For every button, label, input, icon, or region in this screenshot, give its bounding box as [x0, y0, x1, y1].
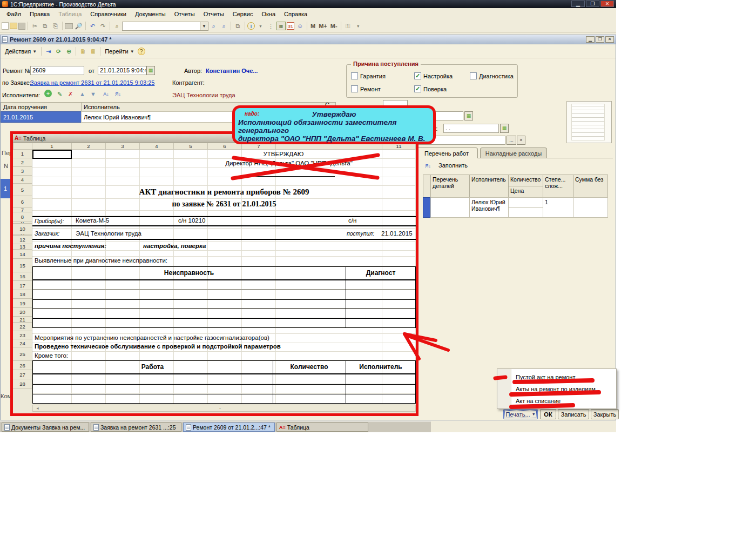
panel-row-executor-cell[interactable]: Лелюх Юрий Иванович¶ — [469, 197, 509, 218]
panel-col-difficulty[interactable]: Степе...слож... — [543, 175, 573, 198]
move-down-icon[interactable]: ▼ — [89, 90, 98, 98]
sheet-content[interactable]: УТВЕРЖДАЮ Директор НПЦ "Дельта" ОАО "НПП… — [32, 150, 416, 404]
repair-no-input[interactable]: 2609 — [30, 66, 84, 75]
sheet-corner-cell[interactable] — [13, 143, 32, 150]
redo-icon[interactable]: ↷ — [98, 22, 107, 30]
edit-row-icon[interactable]: ✎ — [55, 90, 64, 98]
menu-item-writeoff-act[interactable]: Акт на списание — [516, 395, 561, 407]
row-header[interactable]: 25 — [13, 347, 32, 361]
print-icon[interactable] — [65, 23, 73, 29]
taskbar-item-repair[interactable]: Ремонт 2609 от 21.01.2...:47 * — [183, 423, 275, 432]
doc-close-button[interactable]: ✕ — [605, 36, 614, 43]
menu-reports1[interactable]: Отчеты — [170, 10, 199, 18]
unpost-document-icon[interactable]: 🗏 — [89, 47, 98, 56]
row-header[interactable]: 8 — [13, 212, 32, 222]
search-dropdown-icon[interactable]: ▼ — [200, 22, 208, 30]
calendar-icon[interactable]: 31 — [287, 22, 294, 30]
copy-add-icon[interactable]: ⊕ — [64, 47, 73, 56]
menu-file[interactable]: Файл — [2, 10, 25, 18]
save-icon[interactable] — [18, 23, 25, 30]
panel-row-difficulty-cell[interactable]: 1 — [543, 197, 573, 218]
row-header[interactable]: 1 — [13, 150, 32, 158]
end-date-input[interactable]: . . — [443, 124, 499, 133]
save-close-icon[interactable]: ⇥ — [44, 47, 53, 56]
wrench-icon[interactable]: ⚿ — [343, 22, 353, 30]
taskbar-item-documents[interactable]: Документы Заявка на рем... — [2, 423, 89, 432]
actions-button[interactable]: Действия▼ — [2, 47, 39, 56]
doc-minimize-button[interactable]: ▁ — [586, 36, 595, 43]
panel-row-marker[interactable] — [423, 197, 431, 218]
close-doc-button[interactable]: Закрыть — [591, 409, 619, 419]
row-header[interactable]: 7 — [13, 207, 32, 212]
panel-col-parts[interactable]: Перечень деталей — [430, 175, 470, 198]
close-button[interactable]: ✕ — [600, 1, 614, 7]
user-lock-icon[interactable]: ☺ — [295, 22, 305, 30]
row-header[interactable]: 16 — [13, 272, 32, 281]
panel-row-price-cell[interactable] — [508, 207, 543, 218]
row-header[interactable]: 24 — [13, 339, 32, 347]
checkbox-repair[interactable]: Ремонт — [351, 85, 381, 92]
minimize-button[interactable]: ▁ — [571, 1, 585, 7]
tab-overheads[interactable]: Накладные расходы — [480, 148, 547, 158]
exec-table-header-date[interactable]: Дата поручения — [1, 102, 82, 112]
panel-col-quantity[interactable]: Количество — [508, 175, 543, 186]
checkbox-box[interactable]: ✓ — [414, 85, 421, 92]
menu-table[interactable]: Таблица — [54, 10, 86, 18]
m-button[interactable]: M — [310, 23, 315, 29]
panel-col-executor[interactable]: Исполнитель — [469, 175, 509, 198]
print-preview-icon[interactable]: 🔎 — [74, 22, 83, 30]
zoom-out-icon[interactable]: ⌕ — [219, 22, 228, 30]
checkbox-verification[interactable]: ✓ Поверка — [414, 85, 447, 92]
menu-windows[interactable]: Окна — [257, 10, 280, 18]
selected-cell[interactable] — [32, 150, 72, 159]
calendar-picker-icon[interactable]: ▦ — [464, 111, 473, 120]
exec-row-date-cell[interactable]: 21.01.2015 — [1, 111, 82, 123]
post-document-icon[interactable]: 🗎 — [78, 47, 87, 56]
row-header[interactable]: 6 — [13, 196, 32, 207]
paste-icon[interactable]: ⎘ — [51, 22, 60, 30]
row-header[interactable]: 26 — [13, 361, 32, 370]
sort-desc-icon[interactable]: Я↓ — [113, 90, 123, 98]
checkbox-diagnostics[interactable]: Диагностика — [470, 72, 514, 79]
maximize-button[interactable]: ❐ — [586, 1, 599, 7]
column-header[interactable]: 1 — [32, 143, 72, 150]
print-button[interactable]: Печать... ▼ — [503, 409, 538, 419]
row-header[interactable]: 2 — [13, 158, 32, 167]
row-header[interactable]: 14 — [13, 250, 32, 259]
checkbox-setup[interactable]: ✓ Настройка — [414, 72, 453, 79]
menu-item-empty-act[interactable]: Пустой акт на ремонт — [516, 371, 575, 383]
clear-button[interactable]: × — [517, 136, 525, 145]
checkbox-box[interactable] — [351, 85, 358, 92]
menu-item-acts-by-products[interactable]: Акты на ремонт по изделиям — [516, 383, 596, 395]
open-folder-icon[interactable] — [10, 23, 17, 29]
move-up-icon[interactable]: ▲ — [78, 90, 87, 98]
checkbox-box[interactable] — [470, 72, 477, 79]
sheet-horizontal-scrollbar[interactable]: ◄ ▪ — [32, 405, 416, 412]
scroll-left-icon[interactable]: ◄ — [34, 406, 41, 411]
new-document-icon[interactable] — [2, 22, 9, 30]
row-header[interactable]: 10 — [13, 224, 32, 234]
help-icon[interactable]: ? — [138, 48, 145, 55]
row-header[interactable]: 12 — [13, 236, 32, 244]
row-header[interactable]: 18 — [13, 290, 32, 299]
sort-icon[interactable]: Я↓ — [423, 162, 433, 170]
column-header[interactable]: 5 — [174, 143, 208, 150]
taskbar-item-table[interactable]: А≡ Таблица — [276, 423, 368, 432]
tab-work-list[interactable]: Перечень работ — [415, 148, 478, 158]
calendar-picker-icon[interactable]: ▦ — [146, 66, 155, 75]
search-icon[interactable]: ⌕ — [112, 22, 122, 30]
request-link[interactable]: Заявка на ремонт 2631 от 21.01.2015 9:03… — [30, 79, 154, 86]
wrench-dropdown-icon[interactable]: ▼ — [354, 22, 363, 30]
menu-edit[interactable]: Правка — [25, 10, 54, 18]
column-header[interactable]: 4 — [140, 143, 174, 150]
panel-row-sum-cell[interactable] — [573, 197, 608, 218]
row-header[interactable]: 15 — [13, 259, 32, 272]
panel-row-parts-cell[interactable] — [430, 197, 470, 218]
info-dropdown-icon[interactable]: ▼ — [256, 22, 265, 30]
panel-col-price[interactable]: Цена — [508, 186, 543, 198]
menu-service[interactable]: Сервис — [228, 10, 258, 18]
ellipsis-button[interactable]: ... — [507, 136, 516, 145]
refresh-icon[interactable]: ⟳ — [54, 47, 63, 56]
menu-catalogs[interactable]: Справочники — [86, 10, 131, 18]
copy-icon[interactable]: ⧉ — [40, 22, 50, 30]
